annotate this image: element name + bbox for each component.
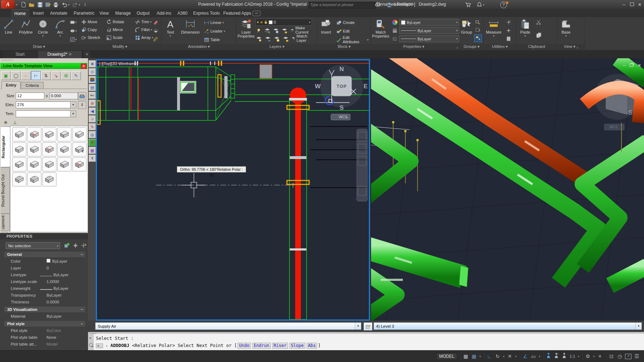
term-combo[interactable] xyxy=(16,110,72,117)
palette-tab-rectangular[interactable]: Rectangular xyxy=(1,127,10,167)
sign-in-person-icon[interactable] xyxy=(386,2,392,8)
draw-panel-label[interactable]: Draw ▾ xyxy=(0,44,78,50)
new-tab-button[interactable]: + xyxy=(84,51,90,58)
viewcube-west[interactable]: W xyxy=(315,83,321,90)
prop-row-material[interactable]: MaterialByLayer xyxy=(4,313,85,320)
prop-row-linetype-scale[interactable]: Linetype scale1.0000 xyxy=(4,278,85,285)
viewport-navbar[interactable] xyxy=(357,129,367,201)
prop-row-lineweight[interactable]: Lineweight ByLayer xyxy=(4,285,85,292)
layer-on-all-icon[interactable] xyxy=(273,35,280,43)
clipboard-panel-label[interactable]: Clipboard xyxy=(517,44,557,50)
polyline-button[interactable]: Polyline xyxy=(17,18,34,44)
search-input[interactable]: Type a keyword or phrase xyxy=(308,2,376,9)
undo-icon[interactable] xyxy=(62,2,67,8)
option-undo[interactable]: Undo xyxy=(238,343,251,349)
fitting-roof-curb[interactable] xyxy=(12,172,26,187)
viewcube-east[interactable]: E xyxy=(364,83,367,90)
rotate-button[interactable]: Rotate xyxy=(105,18,134,26)
edit-attributes-button[interactable]: Edit Attributes▾ xyxy=(335,36,370,44)
select-objects-icon[interactable] xyxy=(72,242,79,249)
fitting-offset-elbow[interactable] xyxy=(57,157,72,172)
circle-button[interactable]: Circle▾ xyxy=(34,18,52,44)
command-prompt-line[interactable]: >_ ▾ ADDDOBJ <Relative Polar> Select Nex… xyxy=(96,343,321,349)
alert-bell-icon[interactable] xyxy=(477,2,482,8)
minimize-button[interactable]: ─ xyxy=(621,2,627,7)
snap-caret-icon[interactable]: ▾ xyxy=(479,355,481,358)
quick-calc-icon[interactable] xyxy=(505,35,512,42)
wcs-menu[interactable]: WCS ▾ xyxy=(331,114,350,120)
database-books-icon[interactable] xyxy=(89,76,96,83)
close-tab-icon[interactable]: ✕ xyxy=(68,52,72,57)
block-panel-label[interactable]: Block ▾ xyxy=(318,44,371,50)
prop-row-transparency[interactable]: TransparencyByLayer xyxy=(4,292,85,299)
option-abs[interactable]: Abs xyxy=(307,343,317,349)
linetype-icon[interactable] xyxy=(391,35,398,42)
tab-drawing2[interactable]: Drawing2* ✕ xyxy=(38,51,82,58)
iso-caret-icon[interactable]: ▾ xyxy=(515,355,517,358)
elev-picker-button[interactable]: ⇕ xyxy=(78,101,86,109)
layer-freeze-icon[interactable] xyxy=(273,27,279,34)
tab-express-tools[interactable]: Express Tools xyxy=(190,9,223,17)
lineweight-combo[interactable]: ByLayer▾ xyxy=(399,27,459,34)
copy-button[interactable]: Copy xyxy=(80,26,105,34)
annotation-monitor-plus-icon[interactable]: + xyxy=(597,353,603,359)
offset-icon[interactable] xyxy=(152,36,159,43)
viewcube-south[interactable]: S xyxy=(340,104,343,111)
customization-menu-icon[interactable]: ☰ xyxy=(634,353,640,359)
redo-caret-icon[interactable]: ▾ xyxy=(79,3,80,6)
tab-parametric[interactable]: Parametric xyxy=(70,9,98,17)
tab-criteria[interactable]: Criteria xyxy=(21,82,44,89)
clean-screen-icon[interactable]: ↗ xyxy=(625,354,631,359)
fitting-transition[interactable] xyxy=(72,127,87,142)
match-properties-button[interactable]: Match Properties xyxy=(371,18,390,44)
feedback-bubble-icon[interactable]: ••• xyxy=(253,11,260,16)
layer-unlock-icon[interactable] xyxy=(282,35,289,43)
alert-caret-icon[interactable]: ▾ xyxy=(483,3,484,6)
open-file-icon[interactable] xyxy=(29,2,34,8)
dimension-button[interactable]: Dimension xyxy=(179,18,202,44)
service-edit-button[interactable] xyxy=(364,322,372,331)
fitting-box-tap-side[interactable] xyxy=(42,172,57,187)
prop-row-linetype[interactable]: Linetype ByLayer xyxy=(4,272,85,278)
tab-start[interactable]: Start xyxy=(3,51,37,58)
layer-walk-icon[interactable] xyxy=(255,35,262,43)
autoscale-icon[interactable] xyxy=(554,353,559,360)
no-entry-icon[interactable]: ⊘ xyxy=(89,100,96,107)
viewport-3d[interactable]: S WCS xyxy=(371,58,644,321)
table-button[interactable]: Table xyxy=(203,36,226,44)
copy-clip-icon[interactable] xyxy=(535,31,542,39)
tab-manage[interactable]: Manage xyxy=(112,9,134,17)
circle-select-icon[interactable]: ○ xyxy=(89,115,96,123)
annotation-scale-value[interactable]: 1:1 xyxy=(570,354,575,358)
plot-icon[interactable] xyxy=(53,2,59,8)
vp3d-close-icon[interactable]: ✕ xyxy=(636,63,642,68)
annotation-visibility-icon[interactable] xyxy=(546,353,551,360)
catalog-book-icon[interactable]: ▤ xyxy=(89,84,96,91)
workspace-gear-icon[interactable]: ⚙ xyxy=(585,353,591,359)
cut-icon[interactable] xyxy=(535,19,542,26)
workspace-caret-icon[interactable]: ▾ xyxy=(593,355,595,358)
command-grip[interactable]: ▪▪▪▪ xyxy=(88,332,644,334)
close-button[interactable]: ✕ xyxy=(637,2,643,7)
leader-button[interactable]: Leader▾ xyxy=(203,27,226,35)
ungroup-icon[interactable] xyxy=(474,19,481,26)
prop-row-color[interactable]: ColorByLayer xyxy=(4,258,85,265)
properties-panel-label[interactable]: Properties ▾ ⌟ xyxy=(371,44,459,50)
elev-combo[interactable]: 276 xyxy=(16,101,72,108)
command-prompt-icon[interactable]: >_ xyxy=(96,343,103,348)
option-slope[interactable]: Slope xyxy=(289,343,305,349)
mirror-button[interactable]: Mirror xyxy=(105,26,134,34)
redo-icon[interactable] xyxy=(72,2,78,8)
polar-tracking-icon[interactable]: ↻ xyxy=(495,353,501,359)
fitting-elbow[interactable] xyxy=(42,127,57,142)
cancel-draw-icon[interactable]: ✕ xyxy=(89,60,96,68)
osnap-tracking-icon[interactable]: ∠ xyxy=(522,353,528,359)
layers-panel-label[interactable]: Layers ▾ xyxy=(237,44,317,50)
fitting-duct-damper[interactable] xyxy=(27,127,42,142)
grid-display-icon[interactable]: ▦ xyxy=(463,353,469,359)
user-menu-caret-icon[interactable]: ▾ xyxy=(421,3,423,6)
fitting-angled-duct[interactable] xyxy=(27,142,42,157)
prop-row-layer[interactable]: Layer0 xyxy=(4,265,85,272)
arc-button[interactable]: Arc▾ xyxy=(52,18,69,44)
object-color-combo[interactable]: ByLayer▾ xyxy=(399,19,459,26)
